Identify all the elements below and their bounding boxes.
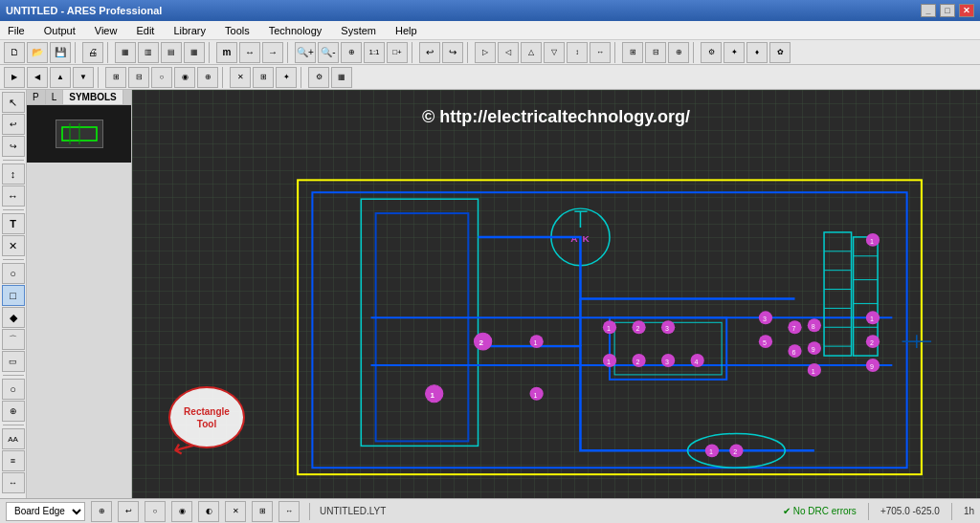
zoom-out-button[interactable]: 🔍- — [318, 42, 339, 63]
redo-button[interactable]: ↪ — [442, 42, 463, 63]
tb-d3[interactable]: ♦ — [746, 42, 768, 63]
circle-tool[interactable]: ○ — [2, 263, 25, 284]
dimension-tool[interactable]: ↔ — [2, 472, 25, 493]
menu-file[interactable]: File — [4, 25, 29, 36]
flip-tool[interactable]: ↔ — [2, 185, 25, 207]
canvas-area[interactable]: © http://electricaltechnology.org/ A K — [132, 90, 980, 498]
open-button[interactable]: 📂 — [27, 42, 48, 63]
window-controls[interactable]: _ □ ✕ — [921, 4, 974, 17]
statusbar-btn-3[interactable]: ○ — [145, 501, 166, 522]
menu-output[interactable]: Output — [40, 25, 79, 36]
menu-tools[interactable]: Tools — [221, 25, 254, 36]
tb-m-button[interactable]: m — [216, 42, 237, 63]
tb2-c4[interactable]: ◉ — [174, 67, 195, 88]
tb-b4[interactable]: ▽ — [544, 42, 565, 63]
menu-system[interactable]: System — [337, 25, 380, 36]
tb2-b2[interactable]: ◀ — [27, 67, 48, 88]
tb-arr2-button[interactable]: → — [262, 42, 283, 63]
tb2-c2[interactable]: ⊟ — [128, 67, 149, 88]
svg-text:4: 4 — [695, 359, 699, 365]
layer-selector[interactable]: Board Edge — [6, 502, 85, 521]
svg-text:1: 1 — [534, 392, 538, 399]
tab-l[interactable]: L — [46, 90, 64, 104]
redo-tool[interactable]: ↪ — [2, 136, 25, 157]
coordinates: +705.0 -625.0 — [880, 506, 940, 516]
tb-btn-3[interactable]: ▤ — [161, 42, 182, 63]
tb2-d3[interactable]: ✦ — [276, 67, 297, 88]
measure-tool[interactable]: ≡ — [2, 450, 25, 471]
delete-tool[interactable]: ✕ — [2, 235, 25, 256]
statusbar-btn-4[interactable]: ◉ — [171, 501, 192, 522]
svg-text:1: 1 — [607, 325, 611, 332]
move-tool[interactable]: ↕ — [2, 163, 25, 185]
tb-b2[interactable]: ◁ — [498, 42, 519, 63]
undo-button[interactable]: ↩ — [419, 42, 440, 63]
undo-tool[interactable]: ↩ — [2, 114, 25, 135]
zoom-in-button[interactable]: 🔍+ — [295, 42, 316, 63]
tb-d4[interactable]: ✿ — [769, 42, 791, 63]
tab-symbols[interactable]: SYMBOLS — [63, 90, 122, 104]
tb2-c3[interactable]: ○ — [151, 67, 172, 88]
polygon-tool[interactable]: ◆ — [2, 307, 25, 328]
statusbar-btn-5[interactable]: ◐ — [198, 501, 219, 522]
menu-technology[interactable]: Technology — [265, 25, 326, 36]
zoom-fit-button[interactable]: ⊕ — [341, 42, 362, 63]
svg-text:8: 8 — [812, 323, 815, 330]
print-button[interactable]: 🖨 — [82, 42, 103, 63]
tb2-e2[interactable]: ▦ — [331, 67, 352, 88]
tb-c3[interactable]: ⊕ — [668, 42, 689, 63]
minimize-button[interactable]: _ — [921, 4, 936, 17]
tb2-d2[interactable]: ⊞ — [253, 67, 274, 88]
tb2-c5[interactable]: ⊕ — [197, 67, 218, 88]
svg-text:2: 2 — [636, 325, 640, 332]
maximize-button[interactable]: □ — [940, 4, 955, 17]
tb-b1[interactable]: ▷ — [475, 42, 496, 63]
path-tool[interactable]: ▭ — [2, 351, 25, 372]
zoom-1-button[interactable]: 1:1 — [364, 42, 385, 63]
tb2-b3[interactable]: ▲ — [50, 67, 71, 88]
rectangle-tool active[interactable]: □ — [2, 285, 25, 306]
app-title: UNTITLED - ARES Professional — [6, 5, 162, 16]
statusbar-btn-8[interactable]: ↔ — [278, 501, 300, 522]
tb2-c1[interactable]: ⊞ — [105, 67, 126, 88]
tb-btn-1[interactable]: ▦ — [115, 42, 136, 63]
svg-text:5: 5 — [763, 339, 767, 346]
tb-arrow-button[interactable]: ↔ — [239, 42, 260, 63]
tb-b3[interactable]: △ — [521, 42, 542, 63]
tb-d1[interactable]: ⚙ — [701, 42, 722, 63]
pad-tool[interactable]: ⊕ — [2, 401, 25, 422]
symbols-list[interactable] — [27, 163, 131, 498]
statusbar-btn-7[interactable]: ⊞ — [252, 501, 273, 522]
tb-btn-4[interactable]: ▦ — [184, 42, 205, 63]
menu-library[interactable]: Library — [169, 25, 210, 36]
tb-b6[interactable]: ↔ — [590, 42, 611, 63]
component-tool[interactable]: AA — [2, 428, 25, 449]
menu-view[interactable]: View — [91, 25, 122, 36]
tab-p[interactable]: P — [27, 90, 46, 104]
menu-help[interactable]: Help — [391, 25, 421, 36]
tb2-d1[interactable]: ✕ — [230, 67, 251, 88]
zoom-box-button[interactable]: □+ — [387, 42, 408, 63]
menu-edit[interactable]: Edit — [132, 25, 158, 36]
save-button[interactable]: 💾 — [50, 42, 71, 63]
statusbar-btn-6[interactable]: ✕ — [225, 501, 246, 522]
tb-c2[interactable]: ⊟ — [645, 42, 666, 63]
new-button[interactable]: 🗋 — [4, 42, 25, 63]
tb2-b4[interactable]: ▼ — [73, 67, 94, 88]
tb-b5[interactable]: ↕ — [567, 42, 588, 63]
statusbar-btn-1[interactable]: ⊕ — [91, 501, 112, 522]
tb-btn-2[interactable]: ▥ — [138, 42, 159, 63]
text-tool[interactable]: T — [2, 213, 25, 234]
close-button[interactable]: ✕ — [959, 4, 974, 17]
tb-d2[interactable]: ✦ — [724, 42, 745, 63]
tb-c1[interactable]: ⊞ — [622, 42, 643, 63]
layer-tabs: P L SYMBOLS — [27, 90, 131, 105]
select-tool[interactable]: ↖ — [2, 92, 25, 113]
drc-status: ✔ No DRC errors — [783, 506, 857, 516]
via-tool[interactable]: ○ — [2, 379, 25, 400]
arc-tool[interactable]: ⌒ — [2, 329, 25, 350]
tb2-b1[interactable]: ▶ — [4, 67, 25, 88]
tb2-e1[interactable]: ⚙ — [308, 67, 329, 88]
statusbar-btn-2[interactable]: ↩ — [118, 501, 139, 522]
toolbar-sep-3 — [209, 42, 212, 63]
